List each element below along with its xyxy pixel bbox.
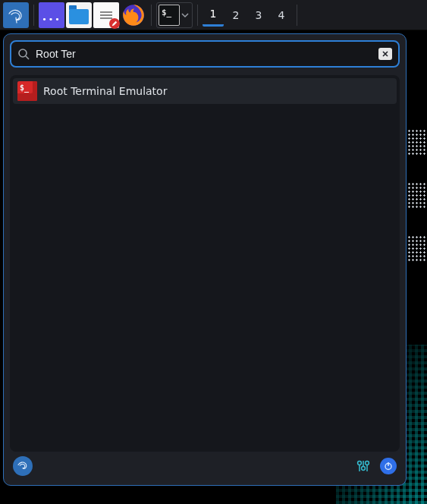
taskbar-separator bbox=[197, 5, 198, 26]
show-desktop-button[interactable]: ••• bbox=[39, 2, 64, 28]
workspace-switcher: 1 2 3 4 bbox=[203, 4, 292, 27]
svg-point-7 bbox=[366, 461, 369, 465]
workspace-4[interactable]: 4 bbox=[271, 4, 292, 27]
text-editor-button[interactable] bbox=[93, 2, 119, 28]
svg-line-2 bbox=[26, 56, 29, 59]
show-desktop-icon: ••• bbox=[39, 14, 64, 24]
launcher-search-input[interactable] bbox=[36, 48, 372, 60]
application-launcher: $_ Root Terminal Emulator bbox=[3, 33, 407, 486]
svg-point-3 bbox=[358, 461, 362, 465]
text-editor-icon bbox=[100, 11, 112, 13]
app-menu-button[interactable] bbox=[3, 2, 29, 28]
chevron-down-icon[interactable] bbox=[181, 11, 189, 19]
taskbar-separator bbox=[33, 5, 34, 26]
kali-user-icon bbox=[16, 459, 30, 473]
clear-search-button[interactable] bbox=[378, 48, 392, 60]
search-icon bbox=[17, 48, 30, 60]
file-manager-button[interactable] bbox=[66, 2, 92, 28]
launcher-search-row bbox=[10, 40, 400, 68]
running-terminal-window[interactable]: $_ bbox=[156, 2, 193, 28]
taskbar: ••• $_ 1 2 3 4 bbox=[0, 0, 427, 30]
settings-sliders-icon[interactable] bbox=[356, 458, 371, 474]
user-session-button[interactable] bbox=[13, 456, 33, 476]
launcher-results: $_ Root Terminal Emulator bbox=[10, 75, 400, 452]
workspace-1[interactable]: 1 bbox=[203, 4, 224, 27]
svg-point-5 bbox=[362, 467, 366, 471]
power-icon bbox=[384, 461, 393, 471]
launcher-footer bbox=[10, 452, 400, 480]
power-button[interactable] bbox=[380, 458, 397, 474]
workspace-3[interactable]: 3 bbox=[248, 4, 269, 27]
backspace-x-icon bbox=[381, 50, 389, 58]
root-terminal-icon: $_ bbox=[17, 81, 37, 101]
firefox-button[interactable] bbox=[121, 2, 146, 28]
result-label: Root Terminal Emulator bbox=[43, 85, 167, 97]
svg-point-1 bbox=[19, 49, 27, 57]
taskbar-separator bbox=[151, 5, 152, 26]
folder-body-icon bbox=[69, 9, 89, 24]
kali-dragon-icon bbox=[7, 6, 25, 24]
edit-badge-icon bbox=[109, 18, 120, 29]
workspace-2[interactable]: 2 bbox=[225, 4, 246, 27]
result-root-terminal-emulator[interactable]: $_ Root Terminal Emulator bbox=[13, 78, 397, 104]
terminal-icon: $_ bbox=[159, 5, 180, 26]
firefox-icon bbox=[121, 2, 146, 28]
taskbar-separator bbox=[297, 5, 297, 26]
